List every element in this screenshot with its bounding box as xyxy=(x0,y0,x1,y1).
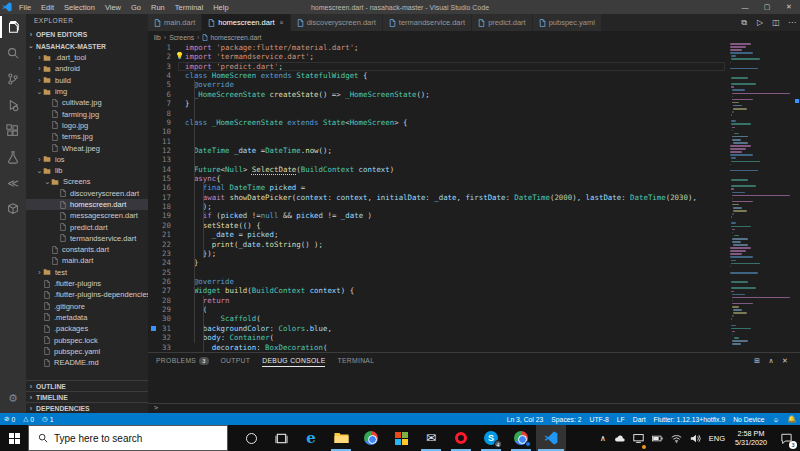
taskbar-opera-button[interactable] xyxy=(446,425,476,451)
tree-item-predict-dart[interactable]: predict.dart xyxy=(26,221,148,232)
feedback-icon[interactable]: ☺ xyxy=(769,413,784,425)
onedrive-icon[interactable] xyxy=(610,425,629,451)
sidebar-section-timeline[interactable]: ›TIMELINE xyxy=(26,391,148,402)
start-button[interactable] xyxy=(0,425,28,451)
taskbar-chrome-2-button[interactable] xyxy=(506,425,536,451)
tree-item--flutter-plugins[interactable]: .flutter-plugins xyxy=(26,278,148,289)
test-icon[interactable] xyxy=(0,144,26,170)
status-item-no[interactable]: No Device xyxy=(729,413,768,425)
menu-item-edit[interactable]: Edit xyxy=(36,0,59,14)
maximize-icon[interactable]: ∧ xyxy=(764,357,778,365)
menu-item-go[interactable]: Go xyxy=(126,0,146,14)
close-tab-icon[interactable]: × xyxy=(280,19,284,26)
vertical-scrollbar[interactable] xyxy=(794,43,800,352)
tree-item-farming-jpg[interactable]: farming.jpg xyxy=(26,108,148,119)
taskbar-cortana-button[interactable] xyxy=(236,425,266,451)
tree-item-img[interactable]: ⌄img xyxy=(26,86,148,97)
notifications-icon[interactable]: 🔔 xyxy=(784,413,800,425)
breadcrumb-item[interactable]: Screens xyxy=(169,34,194,41)
tree-item-terms-jpg[interactable]: terms.jpg xyxy=(26,131,148,142)
status-item-flutter[interactable]: Flutter: 1.12.13+hotfix.9 xyxy=(650,413,730,425)
menu-item-run[interactable]: Run xyxy=(146,0,170,14)
status-item-dart[interactable]: Dart xyxy=(629,413,650,425)
taskbar-edge-button[interactable]: e xyxy=(296,425,326,451)
run-icon[interactable]: ▷ xyxy=(752,14,768,31)
volume-icon[interactable] xyxy=(686,425,705,451)
close-icon[interactable]: ✕ xyxy=(778,357,792,365)
tab-homescreen-dart[interactable]: homescreen.dart× xyxy=(202,14,290,31)
menu-item-help[interactable]: Help xyxy=(208,0,233,14)
status-clock[interactable]: ◷1 xyxy=(38,413,57,425)
tree-item-wheat-jpeg[interactable]: Wheat.jpeg xyxy=(26,142,148,153)
tree-item-pubspec-yaml[interactable]: pubspec.yaml xyxy=(26,346,148,357)
open-in-editor-icon[interactable]: ⊞ xyxy=(750,357,764,365)
tab-main-dart[interactable]: main.dart xyxy=(148,14,202,31)
tab-termandservice-dart[interactable]: termandservice.dart xyxy=(383,14,472,31)
debug-console-input[interactable]: > xyxy=(148,403,800,412)
explorer-icon[interactable] xyxy=(0,14,26,40)
tree-item-ios[interactable]: ›ios xyxy=(26,154,148,165)
menu-item-selection[interactable]: Selection xyxy=(59,0,100,14)
tab-predict-dart[interactable]: predict.dart xyxy=(472,14,533,31)
tree-item-messagescreen-dart[interactable]: messagescreen.dart xyxy=(26,210,148,221)
tree-item-main-dart[interactable]: main.dart xyxy=(26,255,148,266)
minimize-icon[interactable]: — xyxy=(734,0,756,14)
project-root-folder[interactable]: ⌄ NASAHACK-MASTER xyxy=(26,40,148,52)
sidebar-section-outline[interactable]: ›OUTLINE xyxy=(26,380,148,391)
settings-icon[interactable]: ⚙ xyxy=(0,385,26,411)
tree-item-build[interactable]: ›build xyxy=(26,75,148,86)
taskbar-vscode-button[interactable] xyxy=(536,425,566,451)
tree-item-discoveryscreen-dart[interactable]: discoveryscreen.dart xyxy=(26,188,148,199)
package-explorer-icon[interactable] xyxy=(0,196,26,222)
tree-item-pubspec-lock[interactable]: pubspec.lock xyxy=(26,334,148,345)
tree-item--flutter-plugins-dependencies[interactable]: .flutter-plugins-dependencies xyxy=(26,289,148,300)
tree-item--metadata[interactable]: .metadata xyxy=(26,312,148,323)
tab-discoveryscreen-dart[interactable]: discoveryscreen.dart xyxy=(291,14,383,31)
breadcrumb-item[interactable]: lib xyxy=(154,34,161,41)
tree-item-cultivate-jpg[interactable]: cultivate.jpg xyxy=(26,97,148,108)
status-item-lf[interactable]: LF xyxy=(613,413,629,425)
menu-item-file[interactable]: File xyxy=(14,0,36,14)
open-editors-section[interactable]: › OPEN EDITORS xyxy=(26,28,148,40)
tree-item-homescreen-dart[interactable]: homescreen.dart xyxy=(26,199,148,210)
tree-item-readme-md[interactable]: README.md xyxy=(26,357,148,368)
taskbar-search-input[interactable]: Type here to search xyxy=(28,425,228,451)
tree-item-termandservice-dart[interactable]: termandservice.dart xyxy=(26,233,148,244)
menu-item-view[interactable]: View xyxy=(100,0,126,14)
status-warning[interactable]: △0 xyxy=(19,413,38,425)
panel-tab-output[interactable]: OUTPUT xyxy=(221,353,251,368)
language-indicator[interactable]: ENG xyxy=(705,425,729,451)
minimap[interactable] xyxy=(730,43,794,352)
breadcrumb[interactable]: lib›Screens›homescreen.dart xyxy=(148,31,800,43)
open-changes-icon[interactable]: ⧉ xyxy=(736,14,752,31)
tree-item--packages[interactable]: .packages xyxy=(26,323,148,334)
more-actions-icon[interactable]: ⋯ xyxy=(784,14,800,31)
battery-icon[interactable] xyxy=(648,425,667,451)
taskbar-task-view-button[interactable] xyxy=(266,425,296,451)
code-editor[interactable]: 12💡3456789101112131415161718192021222324… xyxy=(148,43,800,352)
breadcrumb-item[interactable]: homescreen.dart xyxy=(210,34,261,41)
split-editor-icon[interactable]: ◫ xyxy=(768,14,784,31)
panel-tab-problems[interactable]: PROBLEMS3 xyxy=(156,353,209,368)
wifi-icon[interactable] xyxy=(667,425,686,451)
display-tray-icon[interactable] xyxy=(629,425,648,451)
taskbar-file-explorer-button[interactable] xyxy=(326,425,356,451)
menu-item-terminal[interactable]: Terminal xyxy=(170,0,208,14)
sidebar-section-dependencies[interactable]: ›DEPENDENCIES xyxy=(26,402,148,413)
status-item-ln[interactable]: Ln 3, Col 23 xyxy=(503,413,548,425)
tree-item-constants-dart[interactable]: constants.dart xyxy=(26,244,148,255)
hidden-icons-button[interactable]: ∧ xyxy=(596,425,610,451)
panel-tab-debug-console[interactable]: DEBUG CONSOLE xyxy=(262,353,325,368)
action-center-button[interactable]: 3 xyxy=(773,425,800,451)
lightbulb-icon[interactable]: 💡 xyxy=(175,52,184,61)
taskbar-chrome-button[interactable] xyxy=(356,425,386,451)
status-item-utf-8[interactable]: UTF-8 xyxy=(586,413,613,425)
tree-item-android[interactable]: ›android xyxy=(26,63,148,74)
source-control-icon[interactable] xyxy=(0,66,26,92)
tree-item-test[interactable]: ›test xyxy=(26,267,148,278)
code-content[interactable]: import 'package:flutter/material.dart';i… xyxy=(178,43,725,352)
maximize-icon[interactable]: ▢ xyxy=(756,0,778,14)
taskbar-mail-button[interactable]: ✉ xyxy=(416,425,446,451)
panel-tab-terminal[interactable]: TERMINAL xyxy=(337,353,374,368)
search-icon[interactable] xyxy=(0,40,26,66)
